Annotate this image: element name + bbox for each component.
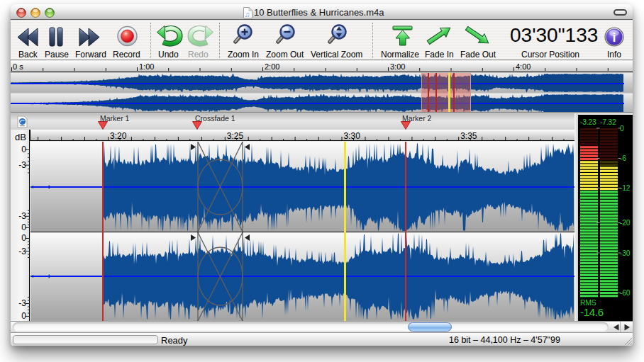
svg-text:3:30: 3:30 <box>344 131 361 141</box>
svg-text:1:00: 1:00 <box>139 62 154 71</box>
svg-text:3:25: 3:25 <box>227 131 244 141</box>
svg-text:0 s: 0 s <box>13 62 23 71</box>
svg-text:2:00: 2:00 <box>265 62 279 71</box>
svg-text:i: i <box>612 30 616 45</box>
svg-text:♫: ♫ <box>245 10 250 18</box>
svg-text:3:20: 3:20 <box>110 131 127 141</box>
svg-text:3:35: 3:35 <box>460 131 477 141</box>
svg-text:4:00: 4:00 <box>516 62 531 71</box>
svg-text:3:00: 3:00 <box>390 62 405 71</box>
